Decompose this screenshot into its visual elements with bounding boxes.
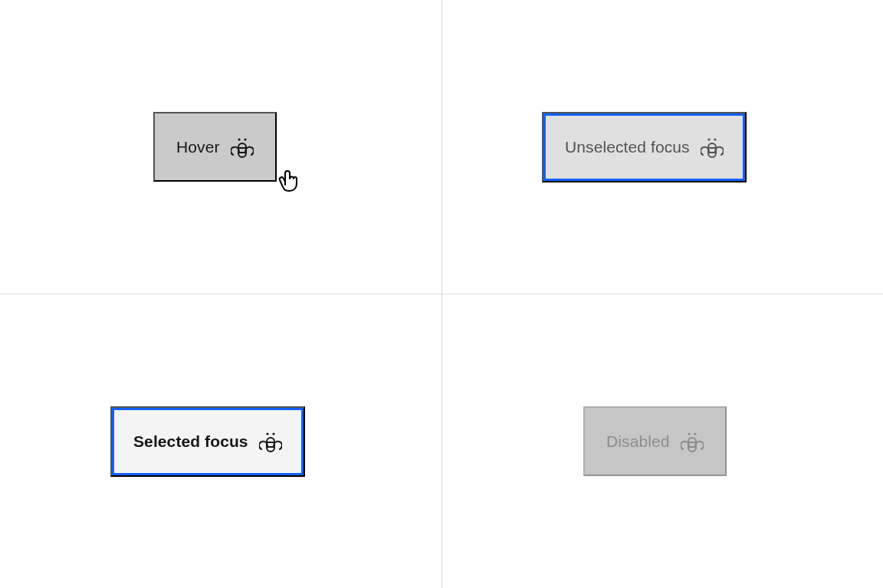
bee-icon — [681, 431, 704, 452]
switch-label: Disabled — [606, 432, 670, 451]
content-switch-unselected-focus[interactable]: Unselected focus — [542, 112, 747, 182]
states-grid: Hover Unselected focus Selected focus Di… — [0, 0, 883, 588]
content-switch-hover[interactable]: Hover — [153, 112, 277, 182]
bee-icon — [259, 431, 282, 452]
bee-icon — [701, 136, 724, 158]
switch-label: Hover — [176, 138, 220, 156]
switch-label: Selected focus — [133, 432, 248, 451]
switch-label: Unselected focus — [565, 138, 690, 156]
content-switch-selected-focus[interactable]: Selected focus — [110, 406, 305, 477]
content-switch-disabled: Disabled — [583, 406, 727, 476]
bee-icon — [231, 136, 254, 158]
